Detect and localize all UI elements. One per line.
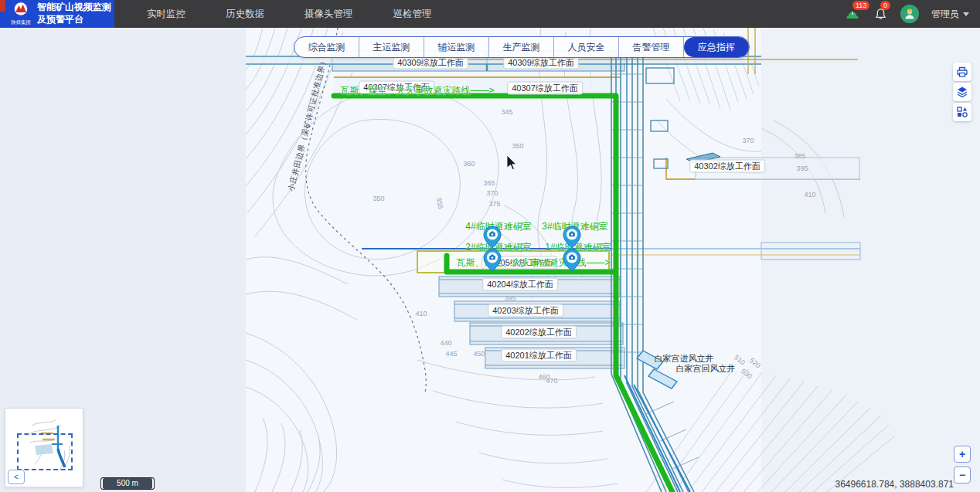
nav-item-3[interactable]: 巡检管理 xyxy=(393,8,432,21)
user-menu[interactable]: 管理员 xyxy=(931,8,969,21)
app-title: 智能矿山视频监测 及预警平台 xyxy=(37,2,111,25)
tab-5[interactable]: 告警管理 xyxy=(619,37,684,57)
camera-pin-icon xyxy=(483,249,502,272)
nav-item-0[interactable]: 实时监控 xyxy=(147,8,185,21)
layers-icon xyxy=(956,86,968,98)
tab-0[interactable]: 综合监测 xyxy=(294,37,359,57)
camera-pin-3[interactable] xyxy=(563,249,581,272)
camera-pin-icon xyxy=(483,226,502,249)
print-button[interactable] xyxy=(953,63,971,81)
zoom-in-button[interactable]: + xyxy=(954,446,971,463)
main-nav: 实时监控历史数据摄像头管理巡检管理 xyxy=(147,8,432,21)
map-tools xyxy=(953,63,971,121)
user-name-label: 管理员 xyxy=(931,8,959,21)
zoom-out-button[interactable]: − xyxy=(954,467,971,484)
tab-2[interactable]: 辅运监测 xyxy=(424,37,489,57)
alarm-count-badge: 113 xyxy=(852,1,869,10)
miner-avatar-icon xyxy=(900,5,919,23)
camera-pin-icon xyxy=(563,249,581,272)
minimap-collapse-button[interactable]: < xyxy=(8,470,25,484)
legend-shapes-icon xyxy=(956,106,968,118)
legend-button[interactable] xyxy=(953,103,971,121)
map-scale-bar: 500 m xyxy=(100,477,155,490)
camera-pin-1[interactable] xyxy=(563,226,581,249)
logo-block: 陕煤集团 智能矿山视频监测 及预警平台 xyxy=(0,0,114,28)
minimap-viewport[interactable] xyxy=(17,433,73,470)
company-logo-icon xyxy=(12,2,29,19)
camera-pin-icon xyxy=(563,226,581,249)
camera-pin-0[interactable] xyxy=(483,226,502,249)
tab-6[interactable]: 应急指挥 xyxy=(684,37,749,57)
monitor-tab-bar: 综合监测主运监测辅运监测生产监测人员安全告警管理应急指挥 xyxy=(294,36,750,58)
app-root: { "header": { "logo_text": "陕煤集团", "titl… xyxy=(0,0,980,492)
minimap[interactable]: < xyxy=(5,408,83,487)
top-bar-right: 113 0 管理员 xyxy=(845,5,969,23)
nav-item-1[interactable]: 历史数据 xyxy=(226,8,264,21)
tab-1[interactable]: 主运监测 xyxy=(359,37,424,57)
camera-pin-2[interactable] xyxy=(483,249,502,272)
notifications-button[interactable]: 0 xyxy=(873,6,888,22)
company-name: 陕煤集团 xyxy=(11,19,30,25)
chevron-down-icon xyxy=(963,12,969,16)
notification-count-badge: 0 xyxy=(880,1,890,10)
alarm-button[interactable]: 113 xyxy=(845,6,860,22)
cursor-coordinates: 36496618.784, 3888403.871 xyxy=(835,479,954,490)
tab-3[interactable]: 生产监测 xyxy=(489,37,554,57)
tab-4[interactable]: 人员安全 xyxy=(554,37,619,57)
layers-button[interactable] xyxy=(953,83,971,101)
avatar[interactable] xyxy=(900,5,919,23)
nav-item-2[interactable]: 摄像头管理 xyxy=(305,8,353,21)
top-bar: 陕煤集团 智能矿山视频监测 及预警平台 实时监控历史数据摄像头管理巡检管理 11… xyxy=(0,0,980,28)
printer-icon xyxy=(956,66,968,78)
map-canvas[interactable]: 40309综放工作面40309综放工作面40307综放工作面40307综放工作面… xyxy=(0,28,980,492)
corner-accent xyxy=(0,0,5,12)
